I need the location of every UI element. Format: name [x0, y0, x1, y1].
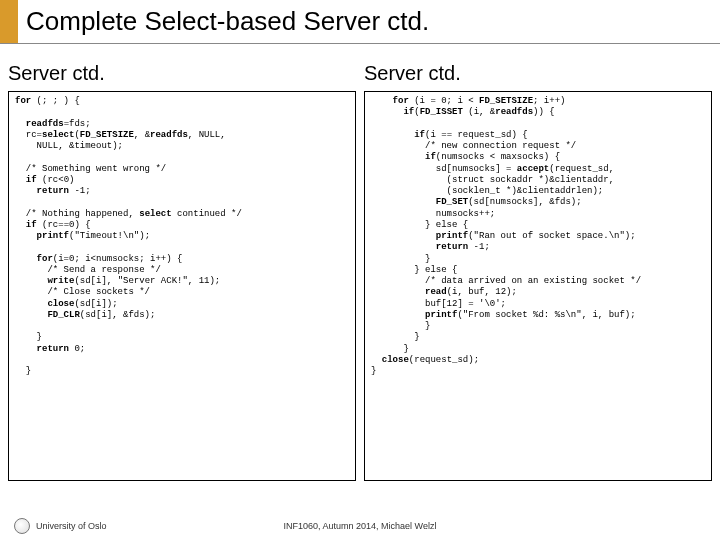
- right-code: for (i = 0; i < FD_SETSIZE; i++) if(FD_I…: [364, 91, 712, 481]
- left-code-text: for (; ; ) { readfds=fds; rc=select(FD_S…: [15, 96, 242, 376]
- content-columns: Server ctd. for (; ; ) { readfds=fds; rc…: [0, 44, 720, 489]
- right-column: Server ctd. for (i = 0; i < FD_SETSIZE; …: [364, 62, 712, 481]
- right-code-text: for (i = 0; i < FD_SETSIZE; i++) if(FD_I…: [371, 96, 641, 376]
- left-code: for (; ; ) { readfds=fds; rc=select(FD_S…: [8, 91, 356, 481]
- institution-name: University of Oslo: [36, 521, 107, 531]
- slide-title: Complete Select-based Server ctd.: [18, 0, 429, 43]
- left-column: Server ctd. for (; ; ) { readfds=fds; rc…: [8, 62, 356, 481]
- footer: University of Oslo INF1060, Autumn 2014,…: [0, 518, 720, 534]
- footer-attribution: INF1060, Autumn 2014, Michael Welzl: [284, 521, 437, 531]
- title-bar: Complete Select-based Server ctd.: [0, 0, 720, 44]
- left-heading: Server ctd.: [8, 62, 356, 85]
- right-heading: Server ctd.: [364, 62, 712, 85]
- footer-left: University of Oslo: [0, 518, 107, 534]
- accent-stripe: [0, 0, 18, 43]
- university-seal-icon: [14, 518, 30, 534]
